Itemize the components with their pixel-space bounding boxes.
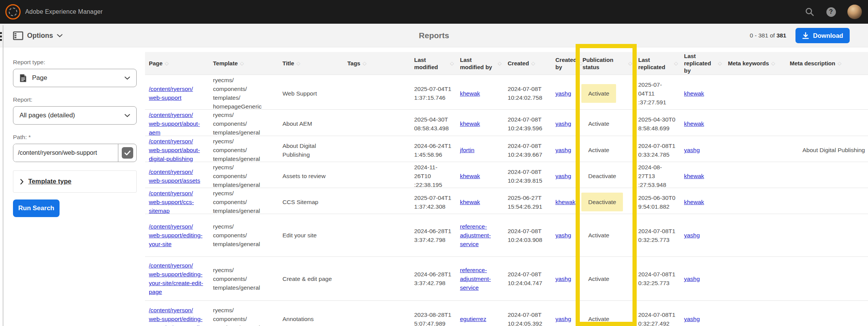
sort-icon: ◇: [450, 60, 454, 67]
user-link[interactable]: khewak: [684, 89, 704, 98]
report-select[interactable]: All pages (detailed): [13, 106, 137, 125]
cell-value: 2024-07-08T 10:24:05.392: [508, 310, 542, 326]
column-header-last-replicated[interactable]: Last replicated◇: [634, 52, 680, 75]
chevron-down-icon: [124, 76, 130, 80]
report-type-select[interactable]: Page: [13, 69, 137, 87]
user-link[interactable]: jfortin: [460, 146, 474, 154]
user-link[interactable]: reference- adjustment- service: [460, 266, 491, 292]
user-link[interactable]: yashg: [684, 274, 700, 283]
cell-value: 2024-06-24T1 1:45:58.96: [414, 141, 451, 159]
column-header-template[interactable]: Template◇: [209, 52, 279, 75]
user-link[interactable]: egutierrez: [460, 315, 486, 323]
path-confirm-checkbox[interactable]: [118, 144, 136, 162]
user-link[interactable]: yashg: [555, 172, 571, 180]
cell-last-modified-by: khewak: [456, 110, 504, 138]
column-header-title[interactable]: Title◇: [279, 52, 344, 75]
cell-value: About AEM: [282, 119, 312, 128]
column-header-label: Created by: [555, 56, 577, 71]
cell-template: ryecms/ components/ templates/general: [209, 162, 279, 190]
column-header-created-by[interactable]: Created by◇: [552, 52, 579, 75]
cell-last-modified: 2025-04-30T 08:58:43.498: [410, 110, 456, 138]
path-input[interactable]: [13, 144, 118, 162]
template-type-toggle[interactable]: Template type: [13, 170, 137, 193]
column-header-page[interactable]: Page◇: [145, 52, 209, 75]
page-link[interactable]: /content/ryerson/ web-support/editing- y…: [149, 306, 203, 326]
publication-status-value: Deactivate: [581, 193, 623, 211]
page-link[interactable]: /content/ryerson/ web-support/ccs- sitem…: [149, 189, 194, 215]
page-link[interactable]: /content/ryerson/ web-support/editing- y…: [149, 261, 203, 296]
panel-icon: [13, 31, 23, 40]
cell-last-modified: 2023-08-28T1 5:07:47.989: [410, 301, 456, 326]
page-link[interactable]: /content/ryerson/ web-support/about- dig…: [149, 137, 200, 163]
column-header-tags[interactable]: Tags◇: [344, 52, 410, 75]
user-link[interactable]: yashg: [555, 119, 571, 128]
cell-tags: [344, 257, 410, 300]
cell-last-modified-by: khewak: [456, 75, 504, 112]
user-link[interactable]: yashg: [684, 146, 700, 154]
table-row: /content/ryerson/ web-support/assetsryec…: [145, 162, 868, 188]
cell-created: 2024-07-08T 10:24:04.747: [504, 257, 552, 300]
path-label: Path: *: [13, 134, 137, 141]
cell-value: Assets to review: [282, 172, 326, 180]
column-header-publication-status[interactable]: Publication status◇: [579, 52, 634, 75]
top-bar: Adobe Experience Manager ?: [0, 0, 868, 24]
help-icon[interactable]: ?: [826, 7, 836, 17]
run-search-button[interactable]: Run Search: [13, 199, 60, 217]
user-link[interactable]: yashg: [555, 146, 571, 154]
column-header-last-modified[interactable]: Last modified◇: [410, 52, 456, 75]
user-link[interactable]: khewak: [460, 172, 480, 180]
page-link[interactable]: /content/ryerson/ web-support: [149, 84, 193, 102]
column-header-meta-keywords[interactable]: Meta keywords◇: [724, 52, 786, 75]
options-label: Options: [27, 32, 53, 40]
report-table: Page◇Template◇Title◇Tags◇Last modified◇L…: [145, 52, 868, 326]
cell-template: ryecms/ components/ templates/general: [209, 257, 279, 300]
page-link[interactable]: /content/ryerson/ web-support/editing- y…: [149, 222, 202, 248]
user-link[interactable]: khewak: [555, 198, 576, 206]
cell-value: 2025-06-27T 15:54:26.291: [508, 193, 542, 211]
user-link[interactable]: yashg: [555, 274, 571, 283]
cell-value: 2024-07-08T 10:24:02.758: [508, 84, 542, 102]
cell-created-by: yashg: [552, 110, 579, 138]
cell-created: 2024-07-08T 10:24:03.908: [504, 214, 552, 256]
user-link[interactable]: khewak: [684, 119, 704, 128]
column-header-last-modified-by[interactable]: Last modified by◇: [456, 52, 504, 75]
user-link[interactable]: yashg: [684, 231, 700, 240]
cell-created: 2024-07-08T 10:24:02.758: [504, 75, 552, 112]
user-link[interactable]: khewak: [460, 198, 480, 206]
cell-value: 2023-08-28T1 5:07:47.989: [414, 310, 451, 326]
user-link[interactable]: khewak: [460, 119, 480, 128]
cell-created-by: yashg: [552, 301, 579, 326]
result-count: 0 - 381 of 381: [750, 32, 786, 39]
panel-drag-handle[interactable]: [0, 32, 2, 42]
user-link[interactable]: yashg: [555, 315, 571, 323]
user-link[interactable]: reference- adjustment- service: [460, 222, 491, 248]
download-button[interactable]: Download: [795, 28, 850, 43]
column-header-last-replicated-by[interactable]: Last replicated by◇: [680, 52, 724, 75]
cell-value: Annotations: [282, 315, 314, 323]
options-button[interactable]: Options: [13, 24, 63, 47]
cell-value: ryecms/ components/ templates/general: [213, 163, 260, 189]
user-link[interactable]: khewak: [460, 89, 480, 98]
user-link[interactable]: yashg: [555, 231, 571, 240]
cell-last-modified: 2024-06-28T1 3:37:42.798: [410, 214, 456, 256]
user-avatar[interactable]: [847, 5, 862, 19]
search-icon[interactable]: [805, 7, 815, 17]
report-toolbar: Options Reports 0 - 381 of 381 Download: [0, 24, 868, 47]
cell-publication-status: Activate: [579, 257, 634, 300]
cell-publication-status: Activate: [579, 75, 634, 112]
cell-last-replicated: 2025-07-04T11 :37:27.591: [634, 75, 680, 112]
cell-meta-description: [786, 110, 868, 138]
column-header-created[interactable]: Created◇: [504, 52, 552, 75]
cell-tags: [344, 136, 410, 164]
cell-last-modified: 2024-06-24T1 1:45:58.96: [410, 136, 456, 164]
publication-status-value: Activate: [581, 141, 616, 159]
page-link[interactable]: /content/ryerson/ web-support/assets: [149, 167, 200, 185]
page-link[interactable]: /content/ryerson/ web-support/about- aem: [149, 110, 200, 137]
column-header-meta-description[interactable]: Meta description◇: [786, 52, 868, 75]
user-link[interactable]: khewak: [684, 172, 704, 180]
user-link[interactable]: yashg: [684, 315, 700, 323]
user-link[interactable]: yashg: [555, 89, 571, 98]
user-link[interactable]: khewak: [684, 198, 704, 206]
cell-title: CCS Sitemap: [279, 188, 344, 216]
cell-value: ryecms/ components/ templates/general: [213, 266, 260, 292]
